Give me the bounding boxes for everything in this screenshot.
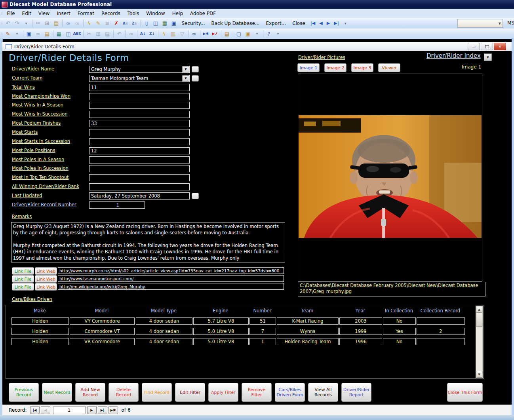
toolbar-button-export[interactable]: Export... <box>263 21 289 26</box>
button-add-new-record[interactable]: Add New Record <box>75 383 105 402</box>
save-icon[interactable]: ▣ <box>25 30 34 38</box>
table-cell[interactable]: 4 door sedan <box>136 338 192 345</box>
help-icon[interactable]: ? <box>265 30 274 38</box>
field-extra-button-last-updated[interactable] <box>192 193 199 199</box>
button-find-record[interactable]: Find Record <box>142 383 172 402</box>
field-label-most-starts[interactable]: Most Starts <box>12 129 38 135</box>
find-icon[interactable]: ∞ <box>64 19 73 27</box>
driver-rider-index-link[interactable]: Driver/Rider Index <box>426 52 481 59</box>
menu-view[interactable]: View <box>35 10 53 17</box>
toolbar-options-icon[interactable]: ▾ <box>274 30 283 38</box>
field-label-most-wins-in-succession[interactable]: Most Wins In Succession <box>12 111 68 117</box>
first-record-icon[interactable]: |◀ <box>308 21 317 26</box>
table-cell[interactable]: 5.0 Litre V8 <box>193 338 249 345</box>
scroll-down-icon[interactable]: ▼ <box>476 371 482 378</box>
find-icon[interactable]: ∞ <box>190 30 199 38</box>
field-label-most-pole-positions[interactable]: Most Pole Positions <box>12 148 55 153</box>
dropdown-icon[interactable]: ▾ <box>253 30 262 38</box>
table-cell[interactable]: 1999 <box>339 328 382 335</box>
table-cell[interactable]: 1 <box>249 338 276 345</box>
button-image-3[interactable]: Image 3 <box>351 63 373 72</box>
pages-icon[interactable]: ▯ <box>142 19 151 27</box>
scroll-up-icon[interactable]: ▲ <box>476 306 482 313</box>
toolbar-button-security[interactable]: Security... <box>179 21 208 26</box>
link-file-button[interactable]: Link File <box>12 267 34 275</box>
field-total-wins[interactable]: 11 <box>89 84 190 91</box>
field-most-starts-in-succession[interactable] <box>89 138 190 145</box>
filter-by-selection-icon[interactable]: ϟ <box>85 19 94 27</box>
copy-icon[interactable]: ⊞ <box>43 19 52 27</box>
table-cell[interactable]: No <box>383 317 416 325</box>
field-most-starts[interactable] <box>89 129 190 136</box>
table-cell[interactable] <box>417 338 465 345</box>
table-cell[interactable]: Commodore VT <box>70 328 135 335</box>
button-previous-record[interactable]: Previous Record <box>9 383 39 402</box>
paste-icon[interactable]: ▤ <box>103 30 112 38</box>
index-dropdown-button[interactable]: ▼ <box>484 53 492 61</box>
field-label-current-team[interactable]: Current Team <box>12 75 42 81</box>
menu-format[interactable]: Format <box>74 10 98 17</box>
remarks-textarea[interactable]: Greg Murphy (23 August 1972) is a New Ze… <box>11 222 285 262</box>
scrollbar-thumb[interactable] <box>476 312 482 327</box>
table-cell[interactable]: 2 <box>417 328 465 335</box>
table-cell[interactable]: Holden Racing Team <box>277 338 339 345</box>
remove-filter-icon[interactable]: ✗ <box>112 19 121 27</box>
next-record-button[interactable]: ▶ <box>87 406 97 414</box>
sort-descending-icon[interactable]: Z↓ <box>130 19 139 27</box>
cut-icon[interactable]: ✂ <box>34 19 43 27</box>
toolbar-button-back-up-database[interactable]: Back Up Database... <box>208 21 263 26</box>
table-cell[interactable]: 4 door sedan <box>136 317 192 325</box>
field-label-most-wins-in-a-season[interactable]: Most Wins In A Season <box>12 102 63 108</box>
close-this-form-button[interactable]: Close This Form <box>447 383 483 402</box>
filter-icon[interactable]: ▽ <box>178 30 187 38</box>
menu-adobe-pdf[interactable]: Adobe PDF <box>187 10 219 17</box>
button-next-record[interactable]: Next Record <box>42 383 72 402</box>
properties-icon[interactable]: ▤ <box>223 30 232 38</box>
file-search-icon[interactable]: ∞ <box>34 30 43 38</box>
dropdown-icon[interactable]: ▾ <box>22 19 31 27</box>
table-cell[interactable] <box>417 317 465 325</box>
table-cell[interactable]: Wynns <box>277 328 339 335</box>
minimize-button[interactable]: — <box>468 43 480 50</box>
paste-icon[interactable]: ▤ <box>52 19 61 27</box>
table-cell[interactable]: Yes <box>383 328 416 335</box>
table-cell[interactable]: Holden <box>11 338 69 345</box>
field-most-podium-finishes[interactable]: 33 <box>89 120 190 127</box>
close-button[interactable]: ✕ <box>494 43 506 50</box>
filter-by-form-icon[interactable]: ✎ <box>94 19 103 27</box>
field-label-most-podium-finishes[interactable]: Most Podium Finishes <box>12 120 61 126</box>
link-file-button[interactable]: Link File <box>12 275 34 283</box>
print-preview-icon[interactable]: ◫ <box>151 19 160 27</box>
button-image-2[interactable]: Image 2 <box>324 63 346 72</box>
menu-insert[interactable]: Insert <box>53 10 74 17</box>
field-label-most-in-top-ten-shootout[interactable]: Most In Top Ten Shootout <box>12 175 69 180</box>
field-most-in-top-ten-shootout[interactable] <box>89 174 190 181</box>
copy-icon[interactable]: ⊞ <box>94 30 103 38</box>
field-last-updated[interactable]: Saturday, 27 September 2008 <box>89 192 190 200</box>
restore-button[interactable] <box>481 43 493 50</box>
field-most-wins-in-a-season[interactable] <box>89 102 190 109</box>
combo-dropdown-icon[interactable]: ▼ <box>182 66 189 72</box>
image-path-field[interactable]: C:\Databases\Diecast Database February 2… <box>298 282 485 296</box>
button-delete-record[interactable]: Delete Record <box>109 383 139 402</box>
new-record-icon[interactable]: ▶✱ <box>202 30 211 38</box>
link-url-field[interactable]: http://en.wikipedia.org/wiki/Greg_Murphy <box>58 283 284 290</box>
delete-record-icon[interactable]: ▶✗ <box>211 30 220 38</box>
field-label-total-wins[interactable]: Total Wins <box>12 84 35 90</box>
design-view-icon[interactable]: ✎ <box>4 30 13 38</box>
menu-tools[interactable]: Tools <box>124 10 143 17</box>
field-label-driver-rider-name[interactable]: Driver/Rider Name <box>12 66 54 72</box>
button-remove-filter[interactable]: Remove Filter <box>242 383 272 402</box>
table-cell[interactable]: 7 <box>249 328 276 335</box>
undo-icon[interactable]: ↶ <box>115 30 124 38</box>
last-record-button[interactable]: ▶| <box>98 406 107 414</box>
database-properties-icon[interactable]: ▤ <box>43 30 52 38</box>
next-record-icon[interactable]: ▶ <box>325 21 332 26</box>
table-cell[interactable]: 51 <box>249 317 276 325</box>
field-extra-button-driver-rider-name[interactable] <box>192 66 199 72</box>
field-label-all-winning-driver-rider-rank[interactable]: All Winning Driver/Rider Rank <box>12 184 79 189</box>
link-web-button[interactable]: Link Web <box>35 267 57 275</box>
field-label-most-championships-won[interactable]: Most Championships Won <box>12 93 70 99</box>
table-cell[interactable]: VR Commodore <box>70 338 135 345</box>
record-number-input[interactable] <box>53 406 86 414</box>
